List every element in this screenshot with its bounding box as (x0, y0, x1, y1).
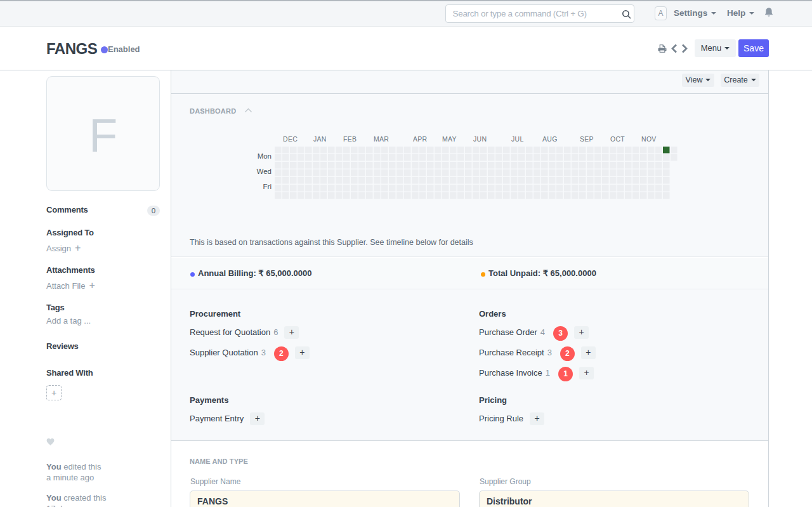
svg-text:NOV: NOV (641, 135, 657, 143)
svg-text:Wed: Wed (257, 168, 272, 175)
svg-text:MAY: MAY (442, 135, 457, 143)
svg-text:JUL: JUL (511, 135, 524, 143)
svg-text:APR: APR (413, 135, 428, 143)
svg-text:AUG: AUG (542, 135, 558, 143)
svg-text:FEB: FEB (343, 135, 357, 143)
svg-text:DEC: DEC (283, 135, 298, 143)
svg-text:Fri: Fri (263, 183, 272, 190)
svg-text:Mon: Mon (258, 152, 272, 160)
svg-text:JUN: JUN (473, 135, 487, 143)
svg-text:JAN: JAN (313, 135, 327, 143)
svg-text:MAR: MAR (374, 135, 389, 143)
svg-text:OCT: OCT (610, 135, 625, 143)
svg-text:SEP: SEP (580, 135, 594, 143)
